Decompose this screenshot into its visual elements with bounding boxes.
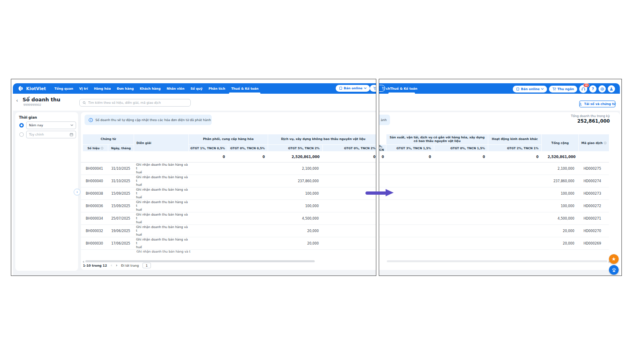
account-button[interactable] (608, 85, 615, 93)
cell-so-hieu: BH000034 (81, 216, 108, 220)
cell-gtgt5: 20,000 (267, 241, 322, 245)
page-prev-icon[interactable]: ‹ (111, 263, 112, 267)
support-headset-button[interactable]: 28 (579, 85, 587, 93)
support-floating-button[interactable] (609, 265, 619, 275)
store-icon (339, 86, 343, 90)
col-gtgt0-tncn15: GTGT 0%, TNCN 1,5% (434, 145, 488, 151)
col-so-hieu[interactable]: Số hiệu (83, 145, 108, 151)
nav-item-so-quy[interactable]: Sổ quỹ (190, 83, 202, 94)
nav-item-thue-ke-toan[interactable]: Thuế & Kế toán (231, 83, 258, 94)
cart-button-fragment[interactable] (379, 85, 385, 92)
cell-ngay: 17/06/2025 (108, 241, 134, 245)
table-row[interactable]: 20,000 HD000269 (379, 237, 609, 250)
col-gtgt0-tncn05: GTGT 0%, TNCN 0,5% (228, 145, 268, 151)
custom-date-input[interactable] (29, 133, 70, 136)
table-row[interactable]: 100,000 HD000272 (379, 200, 609, 212)
goto-page-label: Đi tới trang (121, 264, 139, 267)
horizontal-scrollbar[interactable] (387, 260, 607, 262)
cell-gtgt5: 4,500,000 (267, 216, 322, 220)
radio-custom-period[interactable] (19, 132, 24, 137)
thu-ngan-button-fragment[interactable] (370, 85, 376, 92)
cell-ngay: 31/10/2025 (108, 167, 134, 171)
radio-preset-period[interactable] (19, 123, 24, 128)
cell-ma-giao-dich: HD000272 (577, 204, 607, 208)
cell-tong-cong: 237,860,000 (541, 179, 577, 183)
arrow-head-icon (386, 189, 394, 196)
total-tong-cong: 2,520,861,000 (542, 151, 578, 162)
nav-item-nhan-vien[interactable]: Nhân viên (167, 83, 184, 94)
info-icon (89, 118, 93, 122)
nav-item-tong-quan[interactable]: Tổng quan (54, 83, 73, 94)
cell-ma-giao-dich: HD000269 (577, 241, 607, 245)
cell-dien-giai: Ghi nhận doanh thu bán hàng và t huế (134, 200, 188, 212)
table-row[interactable]: BH000038 15/09/2025 Ghi nhận doanh thu b… (81, 187, 376, 200)
nav-item-don-hang[interactable]: Đơn hàng (117, 83, 134, 94)
cell-tong-cong: 20,000 (541, 241, 577, 245)
total-gtgt2: 0 (488, 151, 541, 162)
settings-button[interactable] (599, 85, 606, 93)
table-row[interactable]: BH000034 25/07/2025 Ghi nhận doanh thu b… (81, 212, 376, 225)
info-banner-fragment: ành (379, 115, 390, 125)
thu-ngan-button[interactable]: Thu ngân (549, 86, 577, 93)
transition-arrow (365, 189, 394, 197)
main-menu: Tổng quan Vị trí Hàng hóa Đơn hàng Khách… (54, 83, 258, 94)
ban-online-button[interactable]: Bán online (513, 86, 547, 93)
search-input[interactable] (88, 101, 188, 105)
kiotviet-logo-icon[interactable]: KiotViet (18, 86, 46, 91)
cart-icon (552, 87, 556, 91)
cell-tong-cong: 2,100,000 (541, 167, 577, 171)
nav-item-hang-hoa[interactable]: Hàng hóa (94, 83, 111, 94)
cell-tong-cong: 4,500,000 (541, 216, 577, 220)
col-group-san-xuat: Sản xuất, vận tải, dịch vụ có gắn với hà… (386, 134, 488, 144)
table-row[interactable]: 100,000 HD000273 (379, 187, 609, 200)
table-row[interactable]: 4,500,000 HD000271 (379, 212, 609, 225)
period-select-value: Năm nay (29, 123, 70, 127)
help-button[interactable]: ? (589, 85, 597, 93)
col-ma-giao-dich[interactable]: Mã giao dịch (579, 134, 609, 151)
support-agent-icon (611, 267, 617, 273)
top-navbar: KiotViet Tổng quan Vị trí Hàng hóa Đơn h… (13, 83, 376, 94)
table-row[interactable]: BH000040 31/10/2025 Ghi nhận doanh thu b… (81, 175, 376, 187)
table-row[interactable]: BH000030 17/06/2025 Ghi nhận doanh thu b… (81, 237, 376, 250)
table-row[interactable]: 237,860,000 HD000274 (379, 175, 609, 187)
ban-online-button[interactable]: Bán online (336, 85, 370, 92)
col-group-dich-vu: Dịch vụ, xây dựng không bao thầu nguyên … (268, 134, 376, 144)
page-title: Sổ doanh thu (23, 97, 60, 103)
cell-so-hieu: BH000038 (81, 191, 108, 195)
nav-item-phan-tich[interactable]: Phân tích (208, 83, 225, 94)
collapse-sidebar-button[interactable]: ‹ (74, 189, 80, 195)
total-gtgt3: 0 (386, 151, 434, 162)
table-row[interactable]: BH000036 15/09/2025 Ghi nhận doanh thu b… (81, 200, 376, 212)
horizontal-scrollbar[interactable] (85, 260, 315, 262)
arrow-shaft (365, 191, 386, 195)
period-select[interactable]: Năm nay (26, 121, 76, 129)
total-gtgt5: 2,520,861,000 (268, 151, 322, 162)
page-next-icon[interactable]: › (116, 263, 118, 267)
back-chevron-icon[interactable]: ‹ (16, 98, 18, 103)
nav-item-phan-tich-fragment[interactable]: ch (386, 87, 390, 90)
total-gtgt0-2: 0 (323, 151, 376, 162)
table-row[interactable]: BH000041 31/10/2025 Ghi nhận doanh thu b… (81, 162, 376, 175)
pagination-range: 1-10 trong 12 (83, 264, 107, 267)
table-row[interactable]: 2,100,000 HD000275 (379, 162, 609, 175)
totals-row: 0 0 2,520,861,000 0 (81, 151, 376, 162)
col-ngay-thang: Ngày, tháng (108, 145, 134, 151)
table-row[interactable]: 20,000 HD000270 (379, 225, 609, 237)
cell-ngay: 15/09/2025 (108, 204, 134, 208)
download-book-button[interactable]: Tải sổ và chứng từ (579, 101, 615, 107)
col-gtgt0-tncn2: GTGT 0%, TNCN 2% (323, 145, 376, 151)
info-banner-tail: ành (381, 118, 387, 122)
col-group-kinh-doanh-khac: Hoạt động kinh doanh khác (488, 134, 541, 144)
table-row[interactable]: BH000032 19/06/2025 Ghi nhận doanh thu b… (81, 225, 376, 237)
nav-item-vi-tri[interactable]: Vị trí (79, 83, 88, 94)
table-body: BH000041 31/10/2025 Ghi nhận doanh thu b… (81, 162, 376, 250)
col-gtgt0-tncn2-fragment: GTGT 0%, TNCN 2% (379, 145, 386, 151)
goto-page-input[interactable] (142, 263, 151, 268)
store-icon (516, 87, 520, 91)
favorites-floating-button[interactable]: ★ (609, 254, 619, 264)
nav-item-khach-hang[interactable]: Khách hàng (140, 83, 161, 94)
cart-icon (382, 86, 386, 90)
nav-item-thue-ke-toan[interactable]: Thuế & Kế toán (390, 87, 417, 90)
table-body: 2,100,000 HD000275 237,860,000 HD000274 (379, 162, 609, 250)
col-tong-cong: Tổng cộng (542, 134, 578, 151)
